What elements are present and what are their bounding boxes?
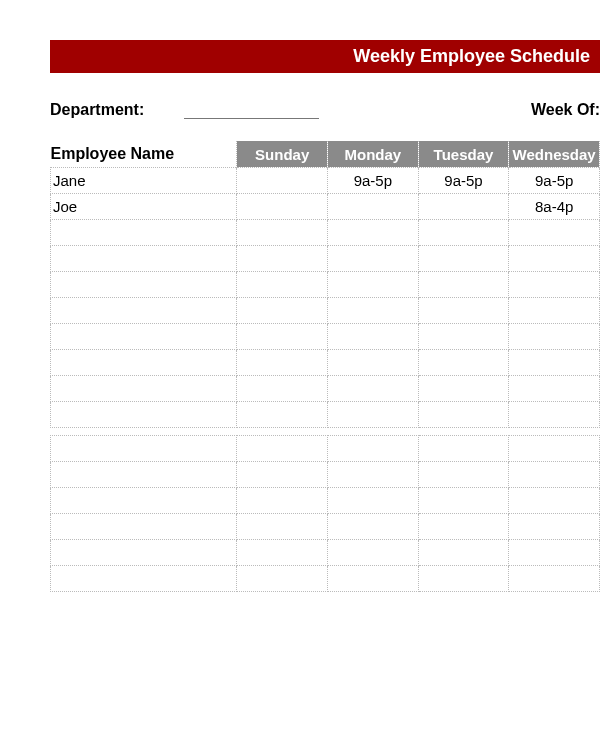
employee-name-cell[interactable] [51, 566, 237, 592]
schedule-cell[interactable] [237, 272, 328, 298]
schedule-cell[interactable] [237, 566, 328, 592]
schedule-cell[interactable] [418, 350, 509, 376]
employee-name-cell[interactable] [51, 402, 237, 428]
employee-name-cell[interactable] [51, 376, 237, 402]
schedule-cell[interactable] [418, 272, 509, 298]
department-label: Department: [50, 101, 144, 119]
schedule-cell[interactable] [328, 566, 419, 592]
schedule-cell[interactable] [509, 540, 600, 566]
employee-name-cell[interactable] [51, 462, 237, 488]
schedule-cell[interactable] [418, 220, 509, 246]
schedule-cell[interactable] [509, 402, 600, 428]
table-row [51, 298, 600, 324]
schedule-cell[interactable] [237, 194, 328, 220]
schedule-cell[interactable] [509, 220, 600, 246]
col-header-sunday: Sunday [237, 141, 328, 168]
schedule-cell[interactable] [509, 298, 600, 324]
schedule-cell[interactable] [418, 514, 509, 540]
schedule-cell[interactable] [237, 324, 328, 350]
schedule-cell[interactable] [509, 566, 600, 592]
employee-name-cell[interactable] [51, 540, 237, 566]
schedule-cell[interactable] [418, 246, 509, 272]
table-row [51, 488, 600, 514]
table-header-row: Employee Name Sunday Monday Tuesday Wedn… [51, 141, 600, 168]
schedule-cell[interactable] [418, 488, 509, 514]
employee-name-cell[interactable] [51, 436, 237, 462]
employee-name-cell[interactable] [51, 324, 237, 350]
employee-name-cell[interactable] [51, 514, 237, 540]
schedule-cell[interactable] [237, 168, 328, 194]
employee-name-cell[interactable]: Jane [51, 168, 237, 194]
schedule-cell[interactable] [418, 298, 509, 324]
employee-name-cell[interactable] [51, 488, 237, 514]
table-row [51, 350, 600, 376]
schedule-cell[interactable] [509, 376, 600, 402]
table-row [51, 402, 600, 428]
employee-name-cell[interactable] [51, 220, 237, 246]
schedule-cell[interactable] [418, 402, 509, 428]
table-row [51, 246, 600, 272]
table-row [51, 462, 600, 488]
schedule-cell[interactable] [237, 376, 328, 402]
schedule-cell[interactable] [237, 488, 328, 514]
schedule-cell[interactable] [237, 350, 328, 376]
schedule-cell[interactable] [418, 540, 509, 566]
schedule-cell[interactable] [328, 194, 419, 220]
schedule-cell[interactable] [509, 350, 600, 376]
schedule-cell[interactable] [509, 436, 600, 462]
schedule-cell[interactable] [237, 462, 328, 488]
schedule-cell[interactable] [237, 402, 328, 428]
schedule-cell[interactable] [237, 298, 328, 324]
table-row [51, 436, 600, 462]
schedule-cell[interactable]: 9a-5p [418, 168, 509, 194]
schedule-cell[interactable]: 8a-4p [509, 194, 600, 220]
week-of-label: Week Of: [531, 101, 600, 119]
table-row [51, 376, 600, 402]
schedule-cell[interactable] [328, 350, 419, 376]
schedule-cell[interactable] [418, 194, 509, 220]
table-row [51, 514, 600, 540]
schedule-cell[interactable] [509, 272, 600, 298]
schedule-cell[interactable] [509, 488, 600, 514]
schedule-cell[interactable]: 9a-5p [328, 168, 419, 194]
schedule-cell[interactable] [328, 272, 419, 298]
schedule-cell[interactable] [418, 376, 509, 402]
schedule-cell[interactable] [328, 436, 419, 462]
employee-name-cell[interactable] [51, 298, 237, 324]
schedule-cell[interactable]: 9a-5p [509, 168, 600, 194]
table-row: Jane9a-5p9a-5p9a-5p [51, 168, 600, 194]
employee-name-cell[interactable]: Joe [51, 194, 237, 220]
schedule-cell[interactable] [237, 436, 328, 462]
department-field[interactable] [184, 101, 319, 119]
schedule-cell[interactable] [328, 402, 419, 428]
schedule-cell[interactable] [509, 246, 600, 272]
table-row [51, 540, 600, 566]
schedule-cell[interactable] [418, 462, 509, 488]
schedule-cell[interactable] [509, 324, 600, 350]
schedule-cell[interactable] [328, 462, 419, 488]
table-row [51, 566, 600, 592]
schedule-cell[interactable] [328, 488, 419, 514]
schedule-cell[interactable] [418, 566, 509, 592]
schedule-cell[interactable] [509, 514, 600, 540]
schedule-cell[interactable] [328, 324, 419, 350]
schedule-cell[interactable] [418, 324, 509, 350]
schedule-cell[interactable] [237, 246, 328, 272]
schedule-cell[interactable] [418, 436, 509, 462]
table-row [51, 272, 600, 298]
employee-name-cell[interactable] [51, 272, 237, 298]
schedule-cell[interactable] [328, 376, 419, 402]
schedule-cell[interactable] [237, 540, 328, 566]
schedule-cell[interactable] [328, 540, 419, 566]
schedule-cell[interactable] [328, 246, 419, 272]
schedule-cell[interactable] [328, 514, 419, 540]
col-header-monday: Monday [328, 141, 419, 168]
schedule-cell[interactable] [509, 462, 600, 488]
schedule-cell[interactable] [328, 298, 419, 324]
employee-name-cell[interactable] [51, 350, 237, 376]
schedule-cell[interactable] [237, 220, 328, 246]
schedule-cell[interactable] [237, 514, 328, 540]
page-title-bar: Weekly Employee Schedule [50, 40, 600, 73]
employee-name-cell[interactable] [51, 246, 237, 272]
schedule-cell[interactable] [328, 220, 419, 246]
